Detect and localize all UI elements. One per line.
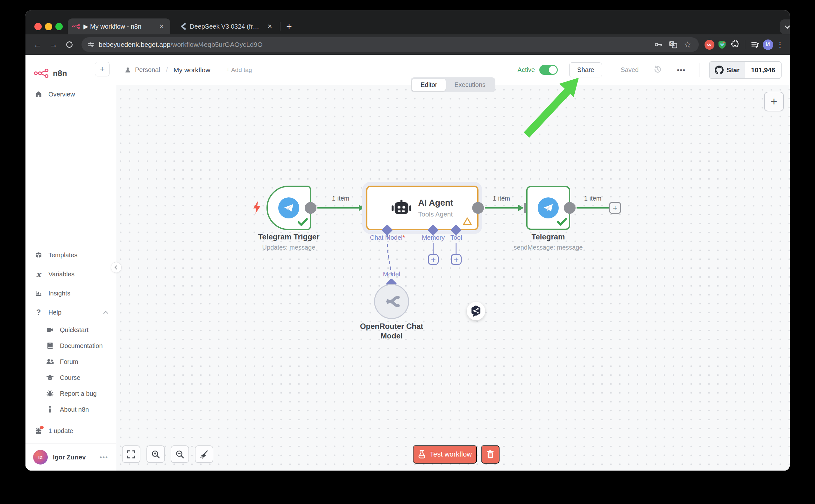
zoom-in-button[interactable] — [146, 445, 165, 463]
node-telegram[interactable] — [526, 186, 570, 230]
sidebar-item-report-bug[interactable]: Report a bug — [25, 386, 116, 401]
workflow-header: Personal / My workflow + Add tag Active … — [116, 55, 790, 85]
trash-icon — [486, 450, 494, 459]
add-memory-button[interactable]: + — [428, 254, 439, 265]
sidebar-item-documentation[interactable]: Documentation — [25, 338, 116, 354]
workflow-name[interactable]: My workflow — [174, 66, 210, 74]
github-star-widget[interactable]: Star 101,946 — [709, 61, 782, 79]
sidebar-item-forum[interactable]: Forum — [25, 354, 116, 370]
home-icon — [34, 90, 43, 98]
warning-triangle-icon — [463, 217, 472, 227]
add-tool-button[interactable]: + — [451, 254, 462, 265]
translate-icon[interactable]: Ga — [668, 39, 678, 50]
workflow-canvas[interactable]: + 1 item 1 item 1 item + — [116, 85, 790, 471]
tab-editor[interactable]: Editor — [412, 79, 446, 91]
sidebar-item-templates[interactable]: Templates — [25, 245, 116, 265]
telegram-output-connector[interactable] — [564, 202, 576, 214]
add-workflow-button[interactable]: + — [95, 62, 110, 76]
sidebar-item-help[interactable]: ? Help — [25, 303, 116, 322]
profile-avatar[interactable]: И — [762, 39, 773, 50]
sidebar-item-variables[interactable]: x Variables — [25, 265, 116, 284]
test-workflow-button[interactable]: Test workflow — [413, 445, 477, 464]
edge-item-count: 1 item — [481, 195, 522, 202]
trigger-output-connector[interactable] — [305, 202, 316, 214]
chevron-down-icon — [785, 23, 790, 29]
sidebar-item-insights[interactable]: Insights — [25, 284, 116, 303]
help-icon: ? — [34, 308, 43, 317]
connection-agent-telegram[interactable] — [485, 207, 518, 209]
user-menu[interactable]: IZ Igor Zuriev ••• — [25, 444, 116, 471]
forward-button[interactable]: → — [46, 38, 60, 52]
tab-deepseek[interactable]: DeepSeek V3 0324 (free) - A ✕ — [176, 18, 279, 34]
history-icon[interactable] — [653, 65, 662, 75]
insights-icon — [34, 289, 43, 297]
reload-button[interactable] — [62, 38, 76, 52]
node-ai-agent[interactable]: AI Agent Tools Agent — [366, 186, 478, 230]
browser-menu-icon[interactable]: ⋮ — [775, 40, 785, 49]
sidebar-item-quickstart[interactable]: Quickstart — [25, 322, 116, 338]
saved-status: Saved — [620, 66, 639, 74]
users-icon — [46, 358, 54, 366]
node-openrouter-chat-model[interactable] — [374, 284, 409, 319]
connection-trigger-agent[interactable] — [317, 207, 359, 209]
variables-icon: x — [34, 270, 43, 279]
sidebar: n8n + Overview Templates x Variables — [25, 55, 116, 471]
assistant-button[interactable] — [467, 302, 485, 320]
user-name: Igor Zuriev — [53, 454, 95, 461]
toolbar-divider — [745, 40, 745, 49]
star-count[interactable]: 101,946 — [745, 62, 781, 78]
sidebar-item-course[interactable]: Course — [25, 370, 116, 386]
zoom-in-icon — [151, 450, 160, 459]
site-settings-icon[interactable] — [87, 41, 95, 48]
zoom-to-fit-button[interactable] — [122, 445, 140, 463]
tab-my-workflow[interactable]: ▶ My workflow - n8n ✕ — [68, 18, 170, 34]
active-toggle[interactable] — [539, 65, 558, 75]
new-tab-button[interactable]: + — [283, 20, 295, 33]
close-tab-icon[interactable]: ✕ — [157, 22, 166, 31]
minimize-window-button[interactable] — [45, 23, 52, 30]
tab-executions[interactable]: Executions — [446, 79, 494, 91]
delete-workflow-button[interactable] — [481, 445, 500, 464]
assistant-chat-icon — [470, 305, 482, 317]
extensions-puzzle-icon[interactable] — [729, 39, 740, 50]
notification-dot — [40, 426, 44, 429]
more-options-icon[interactable]: ••• — [677, 66, 686, 74]
breadcrumb-project[interactable]: Personal — [135, 66, 160, 74]
broom-icon — [200, 450, 209, 459]
graduation-cap-icon — [46, 374, 54, 381]
tab-divider — [280, 22, 280, 31]
person-icon — [124, 67, 131, 73]
connection-arrow — [359, 205, 364, 211]
extension-shield-icon[interactable] — [717, 39, 727, 50]
connection-telegram-next[interactable] — [577, 207, 609, 209]
add-tag-button[interactable]: + Add tag — [226, 67, 252, 74]
extension-infinity-icon[interactable]: ∞ — [704, 39, 715, 50]
password-key-icon[interactable] — [653, 39, 664, 50]
media-controls-icon[interactable] — [750, 39, 761, 50]
zoom-out-button[interactable] — [171, 445, 189, 463]
sidebar-item-updates[interactable]: 1 update — [25, 421, 116, 440]
bookmark-star-icon[interactable]: ☆ — [682, 39, 693, 50]
sidebar-collapse-button[interactable] — [111, 262, 122, 273]
zoom-out-icon — [175, 450, 184, 459]
browser-window: ▶ My workflow - n8n ✕ DeepSeek V3 0324 (… — [25, 10, 790, 471]
fullscreen-window-button[interactable] — [55, 23, 63, 30]
agent-output-connector[interactable] — [472, 202, 484, 214]
add-next-node-button[interactable]: + — [609, 202, 621, 214]
node-label-telegram: Telegram sendMessage: message — [497, 232, 599, 251]
share-button[interactable]: Share — [569, 62, 602, 77]
tidy-up-button[interactable] — [195, 445, 213, 463]
close-window-button[interactable] — [34, 23, 42, 30]
add-node-button[interactable]: + — [764, 92, 784, 111]
close-tab-icon[interactable]: ✕ — [266, 22, 274, 31]
address-bar[interactable]: bebeyuedenk.beget.app/workflow/4eqb5urGA… — [81, 37, 699, 52]
tab-search-button[interactable] — [780, 19, 790, 34]
sidebar-item-overview[interactable]: Overview — [25, 87, 116, 102]
back-button[interactable]: ← — [31, 38, 45, 52]
sidebar-item-about[interactable]: About n8n — [25, 401, 116, 417]
tab-strip: ▶ My workflow - n8n ✕ DeepSeek V3 0324 (… — [25, 10, 790, 34]
view-switcher: Editor Executions — [411, 77, 495, 92]
user-options-icon[interactable]: ••• — [100, 454, 108, 461]
agent-title: AI Agent — [418, 198, 453, 208]
node-telegram-trigger[interactable] — [266, 186, 311, 230]
